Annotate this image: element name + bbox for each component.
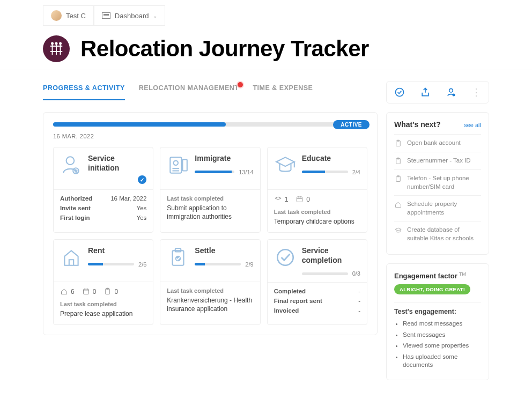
tabs: PROGRESS & ACTIVITY RELOCATION MANAGEMEN… [43,84,313,100]
engagement-item: Read most messages [403,320,481,328]
engagement-label: Engagement factor [394,272,457,280]
clipboard-icon [394,157,402,165]
upload-action-icon[interactable] [420,87,431,98]
svg-point-6 [66,157,75,165]
stat-house: 6 [60,287,75,295]
check-circle-icon [274,246,297,269]
avatar [51,10,62,21]
progress-bar [53,122,367,127]
next-item[interactable]: Open bank account [394,134,481,152]
engagement-list: Read most messages Sent messages Viewed … [394,320,481,370]
user-settings-icon[interactable] [446,87,456,98]
card-service-initiation[interactable]: Service initiation Authorized16 Mar, 202… [53,147,153,233]
engagement-item: Has uploaded some documents [403,353,481,370]
clipboard-icon [394,175,402,183]
card-title: Immigrate [195,154,253,164]
house-icon [60,246,83,269]
svg-point-0 [51,42,54,45]
card-title: Rent [88,246,146,256]
card-title: Service completion [302,246,360,265]
check-badge-icon [138,175,146,184]
progress-fill [53,122,226,127]
tab-time-expense[interactable]: TIME & EXPENSE [253,84,313,100]
right-column: What's next? see all Open bank account S… [386,112,489,380]
dashboard-label: Dashboard [115,12,149,20]
svg-point-5 [453,94,455,97]
top-bar: Test C Dashboard ⌄ [0,0,532,26]
tm-mark: TM [459,271,466,277]
cards-grid: Service initiation Authorized16 Mar, 202… [53,147,367,325]
stat-calendar: 0 [295,195,310,203]
graduation-cap-icon [394,226,402,234]
next-item[interactable]: Telefon - Set up phone number/SIM card [394,169,481,195]
engagement-panel: Engagement factor TM ALRIGHT, DOING GREA… [386,263,489,380]
page-title: Relocation Journey Tracker [80,36,369,62]
card-immigrate[interactable]: Immigrate 13/14 Last task completed Subm… [160,147,260,233]
user-menu[interactable]: Test C [43,5,94,26]
user-name: Test C [66,12,86,20]
page-header: Relocation Journey Tracker [0,26,532,70]
card-service-completion[interactable]: Service completion 0/3 Completed- Final … [267,239,367,325]
notification-dot-icon [237,81,244,88]
next-item[interactable]: Create database of suitable Kitas or sch… [394,221,481,247]
engagement-subtitle: Test's engagement: [394,308,481,315]
whats-next-panel: What's next? see all Open bank account S… [386,112,489,255]
progress-date: 16 MAR, 2022 [53,133,367,139]
svg-point-4 [449,88,453,92]
more-menu-icon[interactable]: ⋮ [471,87,481,97]
house-icon [394,201,402,209]
card-settle[interactable]: Settle 2/9 Last task completed Krankenve… [160,239,260,325]
tab-relocation-management[interactable]: RELOCATION MANAGEMENT [139,84,239,100]
see-all-link[interactable]: see all [464,122,481,128]
passport-icon [167,154,189,176]
app-logo [43,35,70,62]
clipboard-icon [394,139,402,147]
stat-cap: 1 [274,195,289,203]
next-item[interactable]: Steuernummer - Tax ID [394,152,481,169]
graduation-cap-icon [274,154,297,176]
card-rent[interactable]: Rent 2/6 6 0 0 Last task completed Prepa… [53,239,153,325]
dashboard-icon [102,12,110,19]
svg-point-2 [59,42,62,45]
engagement-status-pill: ALRIGHT, DOING GREAT! [394,284,470,294]
status-pill: ACTIVE [333,120,370,129]
svg-point-1 [55,42,58,45]
tab-row: PROGRESS & ACTIVITY RELOCATION MANAGEMEN… [0,70,532,104]
svg-point-3 [396,88,404,97]
overall-progress: ACTIVE [53,122,367,127]
engagement-item: Viewed some properties [403,342,481,350]
card-title: Educate [302,154,360,164]
card-educate[interactable]: Educate 2/4 1 0 Last task completed Temp… [267,147,367,233]
stat-clipboard: 0 [104,287,118,295]
card-title: Service initiation [88,154,132,173]
panel-title: What's next? [394,120,441,129]
tab-progress-activity[interactable]: PROGRESS & ACTIVITY [43,84,125,100]
svg-rect-10 [183,160,187,171]
engagement-item: Sent messages [403,331,481,339]
progress-panel: ACTIVE 16 MAR, 2022 Service initiation A… [43,112,378,335]
svg-rect-11 [297,197,302,202]
person-plus-icon [60,154,83,176]
card-title: Settle [195,246,253,256]
svg-point-9 [174,161,178,165]
next-item[interactable]: Schedule property appointments [394,195,481,221]
clipboard-check-icon [167,246,189,269]
action-bar: ⋮ [386,81,489,104]
svg-point-18 [277,249,293,265]
check-action-icon[interactable] [394,87,405,98]
chevron-down-icon: ⌄ [153,13,157,19]
stat-calendar: 0 [82,287,97,295]
svg-rect-12 [83,289,88,294]
dashboard-menu[interactable]: Dashboard ⌄ [94,5,166,26]
main-content: ACTIVE 16 MAR, 2022 Service initiation A… [0,104,532,396]
